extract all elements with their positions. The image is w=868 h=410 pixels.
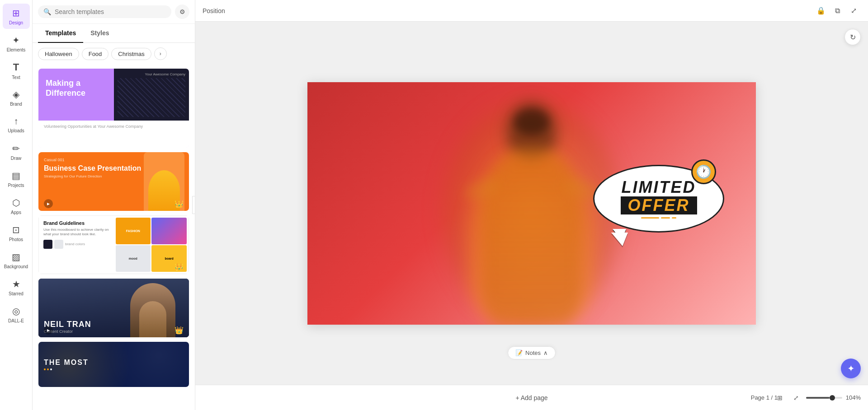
panel-tabs: Templates Styles [33, 24, 195, 43]
text-icon: T [13, 61, 19, 73]
toolbar-label-text: Text [12, 75, 20, 80]
left-toolbar: ⊞ Design ✦ Elements T Text ◈ Brand ↑ Upl… [0, 0, 33, 410]
clock-icon: 🕐 [691, 159, 716, 184]
zoom-slider-thumb[interactable] [830, 395, 835, 401]
bottom-bar: + Add page Page 1 / 1 ⊞ ⤢ 104% [195, 385, 868, 410]
main-area: Position 🔒 ⧉ ⤢ ↻ [195, 0, 868, 410]
category-pills: Halloween Food Christmas › [33, 43, 195, 65]
side-panel: 🔍 ⚙ Templates Styles Halloween Food Chri… [33, 0, 195, 410]
tab-templates[interactable]: Templates [38, 24, 83, 43]
crown-icon-brand: 👑 [175, 263, 184, 271]
refresh-button[interactable]: ↻ [844, 29, 861, 45]
toolbar-item-starred[interactable]: ★ Starred [3, 275, 30, 300]
tab-styles[interactable]: Styles [83, 24, 116, 43]
search-bar: 🔍 ⚙ [33, 0, 195, 24]
zoom-control: ⊞ ⤢ 104% [774, 391, 861, 404]
pill-food[interactable]: Food [82, 48, 109, 60]
making-diff-subtitle: Volunteering Opportunities at Your Aweso… [44, 124, 143, 129]
notes-label: Notes [525, 349, 541, 356]
toolbar-label-design: Design [9, 20, 23, 25]
template-card-neil-tran[interactable]: NEIL TRAN Content Creator ▶ 👑 [38, 278, 189, 338]
crown-icon: 👑 [175, 200, 184, 208]
template-card-business-case[interactable]: Casual 001 Business Case Presentation St… [38, 152, 189, 211]
toolbar-item-dalle[interactable]: ◎ DALL-E [3, 302, 30, 327]
toolbar-item-background[interactable]: ▨ Background [3, 247, 30, 273]
pill-christmas[interactable]: Christmas [111, 48, 151, 60]
search-input[interactable] [55, 8, 166, 15]
zoom-slider[interactable] [806, 397, 842, 399]
lock-icon: 🔒 [816, 6, 826, 15]
the-most-title: THE MOST [44, 359, 89, 367]
canvas-image[interactable]: 🕐 LIMITED OFFER [307, 82, 756, 325]
background-icon: ▨ [12, 252, 20, 262]
expand-icon: ⤢ [851, 6, 857, 15]
toolbar-label-uploads: Uploads [8, 128, 24, 133]
expand-button[interactable]: ⤢ [846, 4, 861, 18]
template-card-the-most[interactable]: THE MOST [38, 341, 189, 387]
toolbar-item-draw[interactable]: ✏ Draw [3, 139, 30, 164]
fullscreen-button[interactable]: ⤢ [790, 391, 802, 404]
filter-button[interactable]: ⚙ [175, 5, 189, 19]
chevron-up-icon: ∧ [543, 349, 548, 356]
toolbar-item-photos[interactable]: ⊡ Photos [3, 220, 30, 246]
add-page-button[interactable]: + Add page [510, 391, 553, 404]
toolbar-item-design[interactable]: ⊞ Design [3, 4, 30, 29]
brand-guidelines-subtitle: Use this moodboard to achieve clarity on… [43, 228, 109, 237]
zoom-slider-fill [806, 397, 830, 399]
template-card-making-diff[interactable]: Making a Difference Your Awesome Company… [38, 68, 189, 148]
pills-next-button[interactable]: › [154, 47, 167, 60]
draw-icon: ✏ [12, 143, 20, 154]
top-bar-right: 🔒 ⧉ ⤢ [814, 4, 861, 18]
play-icon-neil: ▶ [44, 326, 53, 335]
design-icon: ⊞ [12, 8, 20, 19]
canvas-container: 🕐 LIMITED OFFER [307, 82, 756, 325]
making-diff-company: Your Awesome Company [118, 72, 186, 76]
template-list: Making a Difference Your Awesome Company… [33, 65, 195, 410]
offer-text-offer: OFFER [628, 196, 690, 214]
toolbar-label-starred: Starred [9, 291, 24, 296]
toolbar-item-projects[interactable]: ▤ Projects [3, 166, 30, 191]
elements-icon: ✦ [12, 35, 20, 46]
brand-guidelines-title: Brand Guidelines [43, 220, 109, 226]
grid-view-button[interactable]: ⊞ [774, 391, 786, 404]
pill-halloween[interactable]: Halloween [38, 48, 79, 60]
brand-icon: ◈ [13, 89, 19, 100]
page-label: Position [203, 7, 225, 14]
toolbar-label-photos: Photos [9, 237, 23, 242]
search-input-wrapper[interactable]: 🔍 [38, 5, 171, 18]
refresh-icon: ↻ [850, 33, 856, 42]
photos-icon: ⊡ [12, 224, 20, 235]
notes-button[interactable]: 📝 Notes ∧ [508, 346, 556, 359]
copy-button[interactable]: ⧉ [830, 4, 844, 18]
toolbar-label-draw: Draw [11, 156, 21, 161]
collapse-panel-button[interactable]: ‹ [192, 196, 195, 214]
chevron-right-icon: › [160, 51, 161, 57]
toolbar-label-apps: Apps [11, 210, 21, 215]
apps-icon: ⬡ [12, 197, 20, 208]
person-silhouette [459, 99, 604, 325]
neil-tran-title: NEIL TRAN [44, 320, 184, 329]
toolbar-item-text[interactable]: T Text [3, 58, 30, 83]
toolbar-item-uploads[interactable]: ↑ Uploads [3, 112, 30, 137]
search-icon: 🔍 [43, 8, 51, 15]
zoom-level: 104% [846, 394, 861, 401]
notes-icon: 📝 [515, 349, 523, 356]
making-diff-title: Making a Difference [46, 79, 107, 98]
neil-tran-subtitle: Content Creator [44, 329, 184, 334]
toolbar-item-apps[interactable]: ⬡ Apps [3, 193, 30, 219]
fab-button[interactable]: ✦ [841, 359, 861, 378]
toolbar-label-dalle: DALL-E [8, 318, 24, 323]
fab-icon: ✦ [847, 363, 855, 374]
filter-icon: ⚙ [179, 8, 185, 15]
toolbar-label-brand: Brand [10, 102, 22, 107]
projects-icon: ▤ [12, 170, 20, 181]
speech-bubble: 🕐 LIMITED OFFER [593, 165, 724, 233]
template-card-brand-guidelines[interactable]: Brand Guidelines Use this moodboard to a… [38, 215, 189, 275]
toolbar-item-brand[interactable]: ◈ Brand [3, 85, 30, 110]
lock-button[interactable]: 🔒 [814, 4, 828, 18]
starred-icon: ★ [12, 279, 20, 289]
toolbar-item-elements[interactable]: ✦ Elements [3, 31, 30, 56]
canvas-viewport: ↻ [195, 22, 868, 385]
toolbar-label-elements: Elements [7, 47, 26, 52]
dalle-icon: ◎ [12, 306, 20, 317]
